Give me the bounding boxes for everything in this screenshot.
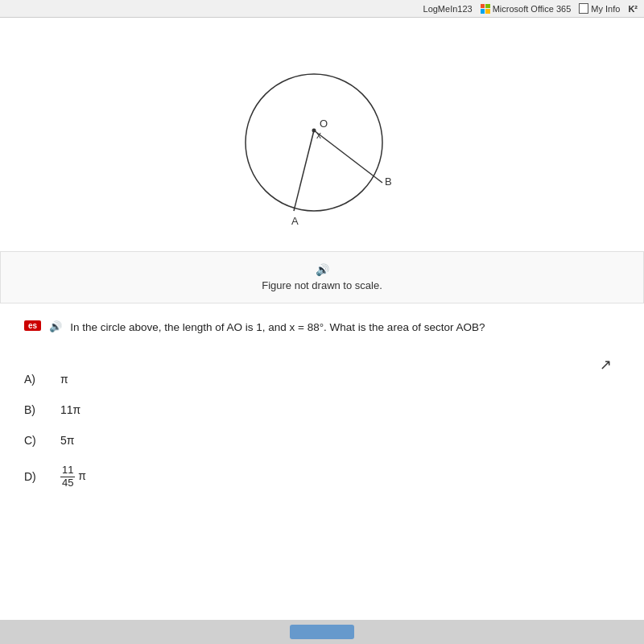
answer-row-b[interactable]: B) 11π xyxy=(24,403,620,416)
diagram-area: O x A B xyxy=(0,18,644,251)
bottom-bar xyxy=(0,620,644,644)
answer-row-c[interactable]: C) 5π xyxy=(24,434,620,447)
speaker-icon-figure[interactable]: 🔊 xyxy=(316,263,329,276)
figure-note-area: 🔊 Figure not drawn to scale. xyxy=(0,251,644,303)
answer-label-b: B) xyxy=(24,403,44,416)
ms365-label: Microsoft Office 365 xyxy=(493,4,572,14)
svg-text:B: B xyxy=(385,175,392,188)
browser-bar: LogMeIn123 Microsoft Office 365 My Info … xyxy=(0,0,644,18)
answer-label-c: C) xyxy=(24,434,44,447)
figure-note-text: Figure not drawn to scale. xyxy=(262,279,382,291)
es-badge: es xyxy=(24,320,41,331)
answer-value-b: 11π xyxy=(60,403,80,416)
svg-text:O: O xyxy=(320,118,328,130)
answer-value-d: 11 45 π xyxy=(60,464,86,489)
svg-point-0 xyxy=(246,74,382,211)
page-icon xyxy=(579,3,588,14)
k-label: K² xyxy=(628,4,638,14)
microsoft-icon xyxy=(481,4,490,14)
circle-diagram: O x A B xyxy=(233,54,411,231)
answer-row-a[interactable]: A) π xyxy=(24,373,620,386)
svg-text:A: A xyxy=(291,215,299,227)
question-text: In the circle above, the length of AO is… xyxy=(70,320,485,336)
myinfo-label: My Info xyxy=(591,4,620,14)
speaker-icon-question[interactable]: 🔊 xyxy=(49,320,62,332)
bottom-bar-button[interactable] xyxy=(290,625,354,639)
k-link[interactable]: K² xyxy=(628,4,638,14)
main-screen: O x A B 🔊 Figure not drawn to scale. es … xyxy=(0,18,644,644)
circle-svg: O x A B xyxy=(233,54,411,231)
fraction-11-45: 11 45 xyxy=(60,464,75,489)
answer-label-a: A) xyxy=(24,373,44,386)
ms365-link[interactable]: Microsoft Office 365 xyxy=(481,4,572,14)
question-area: es 🔊 In the circle above, the length of … xyxy=(0,303,644,365)
answer-label-d: D) xyxy=(24,470,44,483)
cursor: ↖ xyxy=(600,356,612,374)
logmein-link[interactable]: LogMeIn123 xyxy=(423,4,473,14)
answer-value-a: π xyxy=(60,373,68,386)
fraction-numerator: 11 xyxy=(60,464,75,477)
svg-line-5 xyxy=(314,130,382,183)
fraction-denominator: 45 xyxy=(60,477,75,489)
myinfo-link[interactable]: My Info xyxy=(579,3,620,14)
answers-list: A) π B) 11π C) 5π D) 11 45 π xyxy=(0,373,644,489)
logmein-label: LogMeIn123 xyxy=(423,4,473,14)
answer-value-c: 5π xyxy=(60,434,74,447)
question-row: es 🔊 In the circle above, the length of … xyxy=(24,320,620,336)
svg-line-4 xyxy=(294,130,314,211)
answer-row-d[interactable]: D) 11 45 π xyxy=(24,464,620,489)
